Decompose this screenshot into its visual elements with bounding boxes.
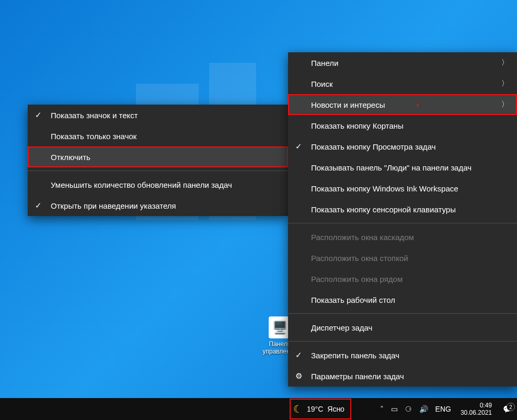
menu-item-touch-keyboard[interactable]: Показать кнопку сенсорной клавиатуры xyxy=(288,199,517,220)
menu-item-cortana-button[interactable]: Показать кнопку Кортаны xyxy=(288,115,517,136)
menu-item-cascade: Расположить окна каскадом xyxy=(288,226,517,247)
separator xyxy=(288,341,517,342)
menu-item-taskbar-settings[interactable]: ⚙ Параметры панели задач xyxy=(288,366,517,387)
submenu-item-show-icon-text[interactable]: ✓ Показать значок и текст xyxy=(28,105,288,126)
notification-badge: 2 xyxy=(507,403,515,411)
chevron-right-icon: 〉 xyxy=(501,79,509,88)
separator xyxy=(288,313,517,314)
menu-label: Панели xyxy=(311,59,338,67)
submenu-item-disable[interactable]: Отключить xyxy=(28,146,288,167)
menu-item-show-desktop[interactable]: Показать рабочий стол xyxy=(288,289,517,310)
menu-label: Показать кнопку Windows Ink Workspace xyxy=(311,184,458,193)
menu-item-stack: Расположить окна стопкой xyxy=(288,247,517,268)
submenu-news-interests: ✓ Показать значок и текст Показать тольк… xyxy=(28,105,288,216)
submenu-item-show-icon-only[interactable]: Показать только значок xyxy=(28,126,288,146)
menu-label: Новости и интересы xyxy=(311,100,385,109)
submenu-item-reduce-updates[interactable]: Уменьшить количество обновлений панели з… xyxy=(28,174,288,195)
weather-temp: 19°C xyxy=(307,405,323,413)
tray-chevron-up-icon[interactable]: ˄ xyxy=(380,405,384,413)
menu-item-people-bar[interactable]: Показывать панель "Люди" на панели задач xyxy=(288,157,517,178)
menu-item-ink-workspace[interactable]: Показать кнопку Windows Ink Workspace xyxy=(288,178,517,199)
menu-label: Диспетчер задач xyxy=(311,323,372,332)
moon-icon: ☾ xyxy=(293,403,303,415)
separator xyxy=(288,223,517,223)
system-tray: ˄ ▭ ⚆ 🔊 ENG xyxy=(376,405,455,413)
taskbar-clock[interactable]: 0:49 30.06.2021 xyxy=(455,402,497,416)
menu-label: Параметры панели задач xyxy=(311,372,404,381)
check-icon: ✓ xyxy=(295,142,302,151)
separator xyxy=(28,171,288,171)
submenu-label: Показать значок и текст xyxy=(51,111,138,120)
menu-item-news-interests[interactable]: Новости и интересы 〉 xyxy=(288,94,517,115)
taskbar-weather[interactable]: ☾ 19°C Ясно xyxy=(290,399,351,419)
taskbar: ☾ 19°C Ясно ˄ ▭ ⚆ 🔊 ENG 0:49 30.06.2021 … xyxy=(0,398,517,420)
menu-item-side-by-side: Расположить окна рядом xyxy=(288,268,517,289)
menu-label: Расположить окна рядом xyxy=(311,275,403,283)
taskbar-context-menu: Панели 〉 Поиск 〉 Новости и интересы 〉 По… xyxy=(288,52,517,387)
menu-label: Расположить окна каскадом xyxy=(311,233,414,242)
tray-wifi-icon[interactable]: ⚆ xyxy=(405,405,412,413)
menu-label: Показать кнопку сенсорной клавиатуры xyxy=(311,205,456,214)
tray-volume-icon[interactable]: 🔊 xyxy=(419,405,428,413)
menu-label: Показывать панель "Люди" на панели задач xyxy=(311,163,472,172)
menu-label: Показать рабочий стол xyxy=(311,296,395,304)
submenu-label: Уменьшить количество обновлений панели з… xyxy=(51,180,232,189)
submenu-label: Показать только значок xyxy=(51,132,136,141)
weather-cond: Ясно xyxy=(327,405,344,413)
menu-label: Показать кнопку Кортаны xyxy=(311,121,404,130)
menu-label: Поиск xyxy=(311,80,333,88)
menu-label: Расположить окна стопкой xyxy=(311,254,408,263)
chevron-right-icon: 〉 xyxy=(501,100,509,109)
menu-item-taskview-button[interactable]: ✓ Показать кнопку Просмотра задач xyxy=(288,136,517,157)
control-panel-icon: 🖥️ xyxy=(269,316,291,338)
submenu-label: Отключить xyxy=(51,153,90,162)
submenu-label: Открыть при наведении указателя xyxy=(51,201,176,210)
check-icon: ✓ xyxy=(295,350,302,360)
menu-item-panels[interactable]: Панели 〉 xyxy=(288,52,517,73)
tray-battery-icon[interactable]: ▭ xyxy=(391,405,398,413)
action-center[interactable]: 💬 2 xyxy=(497,405,517,413)
menu-label: Показать кнопку Просмотра задач xyxy=(311,142,435,151)
annotation-dot xyxy=(417,104,419,106)
tray-language[interactable]: ENG xyxy=(435,405,451,413)
menu-item-task-manager[interactable]: Диспетчер задач xyxy=(288,317,517,338)
chevron-right-icon: 〉 xyxy=(501,58,509,67)
menu-item-lock-taskbar[interactable]: ✓ Закрепить панель задач xyxy=(288,345,517,366)
gear-icon: ⚙ xyxy=(295,371,302,381)
clock-time: 0:49 xyxy=(461,402,492,409)
clock-date: 30.06.2021 xyxy=(461,409,492,416)
check-icon: ✓ xyxy=(35,110,42,120)
submenu-item-open-on-hover[interactable]: ✓ Открыть при наведении указателя xyxy=(28,195,288,216)
check-icon: ✓ xyxy=(35,201,42,210)
menu-label: Закрепить панель задач xyxy=(311,351,399,360)
menu-item-search[interactable]: Поиск 〉 xyxy=(288,73,517,94)
